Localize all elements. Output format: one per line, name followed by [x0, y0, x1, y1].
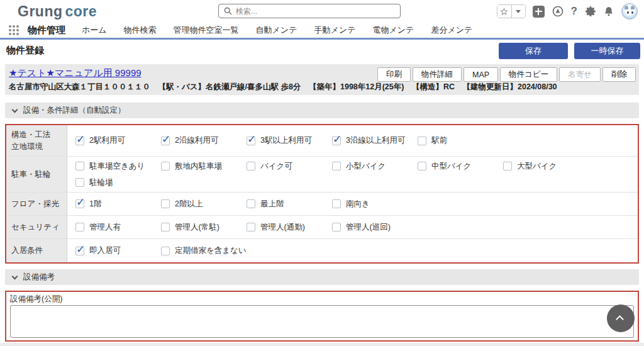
global-search[interactable]: [218, 4, 401, 18]
property-action-button[interactable]: 削除: [602, 67, 636, 82]
bell-icon[interactable]: [603, 6, 614, 17]
checkbox-label: 駅前: [431, 135, 447, 146]
checkbox-item[interactable]: 大型バイク: [503, 161, 589, 172]
checkbox-item[interactable]: 即入居可: [75, 245, 161, 256]
checkbox-item[interactable]: 中型バイク: [418, 161, 503, 172]
checkbox-checked-icon[interactable]: [247, 137, 255, 145]
checkbox-unchecked-icon[interactable]: [161, 162, 170, 170]
favorites-dropdown-icon[interactable]: [511, 5, 525, 18]
checkbox-item[interactable]: 2沿線利用可: [161, 135, 247, 146]
conditions-row: セキュリティ管理人有管理人(常駐)管理人(通勤)管理人(巡回): [6, 216, 638, 239]
checkbox-label: 駐輪場: [89, 177, 113, 188]
top-bar: Grungcore ?: [0, 0, 644, 23]
checkbox-item[interactable]: 3沿線以上利用可: [332, 135, 418, 146]
property-action-button[interactable]: 物件詳細: [413, 67, 462, 82]
checkbox-checked-icon[interactable]: [332, 137, 341, 145]
checkbox-unchecked-icon[interactable]: [503, 162, 512, 170]
checkbox-label: 大型バイク: [517, 161, 557, 172]
nav-item[interactable]: 電物メンテ: [372, 25, 414, 36]
checkbox-unchecked-icon[interactable]: [247, 223, 255, 232]
checkbox-checked-icon[interactable]: [75, 137, 84, 145]
checkbox-item[interactable]: 駅前: [418, 135, 503, 146]
nav-items: ホーム物件検索管理物件空室一覧自動メンテ手動メンテ電物メンテ差分メンテ: [82, 25, 472, 36]
property-action-button[interactable]: 印刷: [377, 67, 411, 82]
checkbox-label: 3駅以上利用可: [260, 135, 312, 146]
row-label: フロア・採光: [6, 193, 67, 215]
checkbox-unchecked-icon[interactable]: [332, 199, 341, 208]
checkbox-item[interactable]: 管理人(巡回): [332, 222, 418, 233]
checkbox-item[interactable]: バイク可: [247, 161, 332, 172]
search-icon: [224, 7, 232, 15]
checkbox-checked-icon[interactable]: [75, 199, 84, 208]
checkbox-unchecked-icon[interactable]: [332, 162, 341, 170]
nav-item[interactable]: ホーム: [82, 25, 107, 36]
app-launcher-icon[interactable]: [9, 25, 19, 35]
checkbox-unchecked-icon[interactable]: [161, 223, 170, 232]
property-name-link[interactable]: ★テスト★マニュアル用 99999: [9, 67, 142, 79]
checkbox-label: 1階: [89, 199, 101, 209]
checkbox-item[interactable]: 最上階: [247, 199, 332, 209]
checkbox-item[interactable]: 定期借家を含まない: [161, 245, 247, 256]
favorites-group: [497, 4, 526, 18]
checkbox-item[interactable]: 管理人有: [75, 222, 161, 233]
checkbox-checked-icon[interactable]: [75, 247, 84, 255]
checkbox-item[interactable]: 駐車場空きあり: [75, 161, 161, 172]
section-header-remarks[interactable]: 設備備考: [5, 269, 639, 285]
row-checkbox-group: 2駅利用可2沿線利用可3駅以上利用可3沿線以上利用可駅前: [67, 125, 638, 156]
checkbox-label: 2階以上: [175, 199, 203, 209]
section-title: 設備備考: [23, 272, 55, 282]
nav-item[interactable]: 管理物件空室一覧: [174, 25, 239, 36]
checkbox-unchecked-icon[interactable]: [75, 178, 84, 187]
checkbox-item[interactable]: 1階: [75, 199, 161, 209]
save-button[interactable]: 保存: [499, 43, 568, 59]
checkbox-label: バイク可: [260, 161, 292, 172]
checkbox-unchecked-icon[interactable]: [75, 162, 84, 170]
checkbox-item[interactable]: 管理人(常駐): [161, 222, 247, 233]
favorite-star-icon[interactable]: [497, 5, 511, 18]
conditions-row: 駐車・駐輪駐車場空きあり敷地内駐車場バイク可小型バイク中型バイク大型バイク駐輪場: [6, 157, 638, 193]
checkbox-unchecked-icon[interactable]: [418, 162, 426, 170]
conditions-row: 構造・工法 立地環境2駅利用可2沿線利用可3駅以上利用可3沿線以上利用可駅前: [6, 125, 638, 157]
app-logo[interactable]: Grungcore: [18, 3, 97, 20]
checkbox-label: 即入居可: [89, 245, 121, 256]
guidance-icon[interactable]: [552, 5, 564, 18]
checkbox-item[interactable]: 3駅以上利用可: [247, 135, 332, 146]
add-icon[interactable]: [533, 6, 545, 18]
checkbox-item[interactable]: 2駅利用可: [75, 135, 161, 146]
checkbox-unchecked-icon[interactable]: [161, 247, 170, 255]
row-checkbox-group: 駐車場空きあり敷地内駐車場バイク可小型バイク中型バイク大型バイク駐輪場: [67, 157, 638, 192]
checkbox-unchecked-icon[interactable]: [247, 162, 255, 170]
gear-icon[interactable]: [584, 6, 596, 18]
checkbox-unchecked-icon[interactable]: [332, 223, 341, 232]
row-label: 構造・工法 立地環境: [6, 125, 67, 156]
search-input[interactable]: [236, 7, 395, 16]
checkbox-item[interactable]: 駐輪場: [75, 177, 161, 188]
app-nav-bar: 物件管理 ホーム物件検索管理物件空室一覧自動メンテ手動メンテ電物メンテ差分メンテ: [0, 23, 644, 40]
nav-item[interactable]: 差分メンテ: [431, 25, 472, 36]
checkbox-item[interactable]: 敷地内駐車場: [161, 161, 247, 172]
checkbox-unchecked-icon[interactable]: [161, 199, 170, 208]
property-action-button[interactable]: MAP: [464, 67, 498, 82]
checkbox-item[interactable]: 小型バイク: [332, 161, 418, 172]
help-icon[interactable]: ?: [571, 5, 577, 18]
row-label: 駐車・駐輪: [6, 157, 67, 192]
property-action-button[interactable]: 物件コピー: [500, 67, 557, 82]
remarks-textarea[interactable]: [10, 305, 634, 338]
app-name[interactable]: 物件管理: [28, 25, 65, 36]
nav-item[interactable]: 手動メンテ: [314, 25, 356, 36]
row-checkbox-group: 管理人有管理人(常駐)管理人(通勤)管理人(巡回): [67, 216, 638, 238]
checkbox-checked-icon[interactable]: [161, 137, 170, 145]
nav-item[interactable]: 物件検索: [124, 25, 157, 36]
checkbox-unchecked-icon[interactable]: [247, 199, 255, 208]
user-avatar[interactable]: [621, 3, 638, 20]
checkbox-unchecked-icon[interactable]: [75, 223, 84, 232]
nav-item[interactable]: 自動メンテ: [256, 25, 297, 36]
checkbox-unchecked-icon[interactable]: [418, 137, 426, 145]
checkbox-item[interactable]: 管理人(通勤): [247, 222, 332, 233]
checkbox-item[interactable]: 2階以上: [161, 199, 247, 209]
checkbox-label: 敷地内駐車場: [175, 161, 222, 172]
section-header-details[interactable]: 設備・条件詳細（自動設定）: [5, 103, 639, 118]
temp-save-button[interactable]: 一時保存: [574, 43, 640, 59]
scroll-to-top-button[interactable]: [607, 304, 635, 332]
checkbox-item[interactable]: 南向き: [332, 199, 418, 209]
